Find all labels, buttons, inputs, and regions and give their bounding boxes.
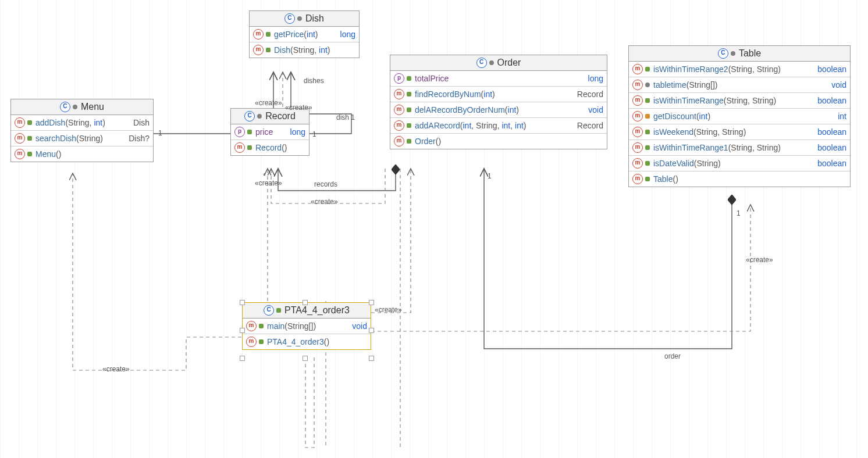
resize-handle[interactable]	[240, 356, 245, 361]
return-type: void	[352, 321, 367, 331]
class-name: PTA4_4_order3	[284, 305, 350, 316]
visibility-icon	[257, 114, 262, 119]
member-row[interactable]: m addDish (String, int) Dish	[11, 115, 153, 131]
member-row[interactable]: m findRecordByNum (int) Record	[390, 87, 607, 102]
class-header: C Menu	[11, 99, 153, 115]
visibility-icon	[73, 105, 77, 109]
member-row[interactable]: m isWithinTimeRange2 (String, String) bo…	[629, 62, 850, 77]
member-params: (int)	[505, 105, 519, 114]
class-table[interactable]: C Table m isWithinTimeRange2 (String, St…	[628, 45, 851, 187]
resize-handle[interactable]	[369, 356, 374, 361]
member-row[interactable]: m Menu ()	[11, 146, 153, 162]
member-name: isWithinTimeRange1	[653, 143, 728, 152]
member-name: PTA4_4_order3	[267, 337, 324, 346]
class-header: C Dish	[250, 11, 359, 27]
return-type: int	[838, 112, 846, 121]
method-icon: m	[632, 111, 643, 121]
member-params: (String, int)	[65, 118, 105, 127]
member-name: searchDish	[35, 134, 76, 143]
member-name: Table	[653, 174, 673, 184]
member-row[interactable]: m Record ()	[231, 140, 309, 155]
visibility-icon	[27, 152, 32, 156]
class-menu[interactable]: C Menu m addDish (String, int) Dish m se…	[10, 99, 154, 162]
visibility-icon	[276, 308, 281, 313]
edge-label: dish 1	[335, 113, 356, 121]
member-params: ()	[282, 143, 287, 152]
member-row[interactable]: m isWeekend (String, String) boolean	[629, 124, 850, 140]
member-params: (String)	[76, 134, 103, 143]
member-row[interactable]: m isWithinTimeRange1 (String, String) bo…	[629, 140, 850, 156]
member-row[interactable]: m Table ()	[629, 171, 850, 187]
visibility-icon	[645, 161, 650, 166]
method-icon: m	[632, 95, 643, 106]
member-row[interactable]: m Order ()	[390, 134, 607, 149]
member-row[interactable]: m Dish (String, int)	[250, 42, 359, 58]
member-name: isWithinTimeRange2	[653, 65, 728, 74]
method-icon: m	[394, 105, 404, 115]
resize-handle[interactable]	[369, 328, 374, 333]
member-params: (String[])	[686, 80, 718, 90]
member-row[interactable]: m addARecord (int, String, int, int) Rec…	[390, 118, 607, 134]
member-row[interactable]: m delARecordByOrderNum (int) void	[390, 102, 607, 118]
edge-stereotype: «create»	[254, 99, 283, 107]
member-row[interactable]: m getPrice (int) long	[250, 27, 359, 42]
class-header: C Order	[390, 55, 607, 71]
member-params: (int)	[696, 112, 710, 121]
resize-handle[interactable]	[303, 300, 308, 305]
visibility-icon	[645, 98, 650, 103]
member-row[interactable]: m tabletime (String[]) void	[629, 77, 850, 93]
method-icon: m	[632, 127, 643, 137]
member-params: (String[])	[284, 321, 316, 331]
resize-handle[interactable]	[303, 356, 308, 361]
method-icon: m	[234, 142, 245, 153]
class-pta[interactable]: C PTA4_4_order3 m main (String[]) void m…	[242, 302, 371, 350]
edge-stereotype: «create»	[373, 306, 403, 314]
visibility-icon	[407, 139, 411, 144]
method-icon: m	[246, 321, 257, 331]
method-icon: m	[632, 80, 643, 90]
resize-handle[interactable]	[369, 300, 374, 305]
property-icon: p	[234, 127, 245, 137]
member-row[interactable]: p totalPrice long	[390, 71, 607, 87]
class-header: C PTA4_4_order3	[243, 303, 371, 319]
edge-stereotype: «create»	[254, 179, 283, 187]
member-params: ()	[436, 137, 441, 146]
method-icon: m	[394, 136, 404, 146]
edge-multiplicity: 1	[486, 172, 493, 180]
visibility-icon	[645, 83, 650, 87]
member-name: getDiscount	[653, 112, 696, 121]
class-record[interactable]: C Record p price long m Record ()	[230, 108, 310, 156]
class-order[interactable]: C Order p totalPrice long m findRecordBy…	[390, 55, 607, 149]
visibility-icon	[407, 76, 411, 81]
resize-handle[interactable]	[240, 300, 245, 305]
method-icon: m	[632, 64, 643, 74]
return-type: long	[588, 74, 603, 83]
method-icon: m	[632, 174, 643, 184]
member-params: (String, int)	[290, 45, 330, 55]
method-icon: m	[632, 158, 643, 169]
return-type: long	[290, 127, 305, 137]
visibility-icon	[297, 16, 302, 21]
member-params: (int, String, int, int)	[460, 121, 527, 130]
member-name: Order	[415, 137, 436, 146]
member-row[interactable]: p price long	[231, 124, 309, 140]
member-row[interactable]: m main (String[]) void	[243, 319, 371, 334]
member-name: Menu	[35, 149, 56, 159]
resize-handle[interactable]	[240, 328, 245, 333]
return-type: boolean	[817, 143, 846, 152]
edge-multiplicity: 1	[735, 209, 742, 217]
member-row[interactable]: m isDateValid (String) boolean	[629, 156, 850, 171]
return-type: boolean	[817, 159, 846, 168]
member-row[interactable]: m searchDish (String) Dish?	[11, 131, 153, 146]
class-icon: C	[60, 102, 70, 112]
return-type: Dish?	[129, 134, 150, 143]
member-name: isWeekend	[653, 127, 693, 137]
method-icon: m	[632, 142, 643, 153]
class-dish[interactable]: C Dish m getPrice (int) long m Dish (Str…	[249, 10, 360, 58]
member-row[interactable]: m getDiscount (int) int	[629, 109, 850, 124]
return-type: boolean	[817, 65, 846, 74]
member-row[interactable]: m PTA4_4_order3 ()	[243, 334, 371, 349]
member-row[interactable]: m isWithinTimeRange (String, String) boo…	[629, 93, 850, 109]
class-name: Table	[739, 48, 761, 59]
class-name: Menu	[81, 102, 104, 112]
